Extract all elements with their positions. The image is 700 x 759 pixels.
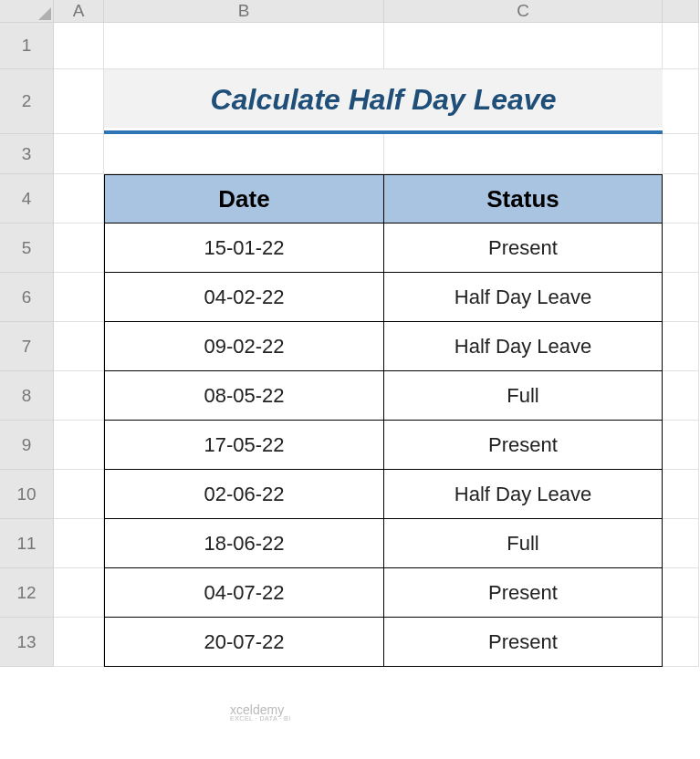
watermark: xceldemy EXCEL · DATA · BI [230,702,291,722]
cell-B1[interactable] [104,23,384,69]
row-header-6[interactable]: 6 [0,273,54,322]
cell-D6[interactable] [663,273,699,322]
cell-D10[interactable] [663,470,699,519]
row-header-5[interactable]: 5 [0,224,54,273]
table-row[interactable]: 15-01-22 [104,224,384,273]
cell-D8[interactable] [663,371,699,421]
table-row[interactable]: Full [384,371,663,421]
cell-D7[interactable] [663,322,699,371]
table-row[interactable]: Present [384,421,663,470]
cell-A1[interactable] [54,23,104,69]
cell-A6[interactable] [54,273,104,322]
cell-C1[interactable] [384,23,663,69]
cell-D9[interactable] [663,421,699,470]
cell-A3[interactable] [54,134,104,174]
row-header-11[interactable]: 11 [0,519,54,568]
cell-A2[interactable] [54,69,104,134]
col-header-B[interactable]: B [104,0,384,23]
table-header-date[interactable]: Date [104,174,384,224]
row-header-13[interactable]: 13 [0,618,54,667]
table-row[interactable]: Full [384,519,663,568]
page-title[interactable]: Calculate Half Day Leave [104,69,663,134]
row-header-2[interactable]: 2 [0,69,54,134]
cell-A13[interactable] [54,618,104,667]
cell-A7[interactable] [54,322,104,371]
watermark-brand: xceldemy [230,702,284,717]
table-row[interactable]: 04-02-22 [104,273,384,322]
cell-A5[interactable] [54,224,104,273]
cell-D3[interactable] [663,134,699,174]
row-header-9[interactable]: 9 [0,421,54,470]
cell-C3[interactable] [384,134,663,174]
row-header-1[interactable]: 1 [0,23,54,69]
cell-D11[interactable] [663,519,699,568]
cell-D13[interactable] [663,618,699,667]
col-header-A[interactable]: A [54,0,104,23]
cell-D12[interactable] [663,568,699,618]
row-header-4[interactable]: 4 [0,174,54,224]
table-row[interactable]: Half Day Leave [384,273,663,322]
table-row[interactable]: 04-07-22 [104,568,384,618]
cell-A11[interactable] [54,519,104,568]
cell-D4[interactable] [663,174,699,224]
table-row[interactable]: 09-02-22 [104,322,384,371]
cell-A12[interactable] [54,568,104,618]
col-header-C[interactable]: C [384,0,663,23]
table-row[interactable]: Present [384,568,663,618]
cell-A9[interactable] [54,421,104,470]
cell-D5[interactable] [663,224,699,273]
table-row[interactable]: 08-05-22 [104,371,384,421]
col-header-next[interactable] [663,0,699,23]
select-all-corner[interactable] [0,0,54,23]
cell-A10[interactable] [54,470,104,519]
table-header-status[interactable]: Status [384,174,663,224]
table-row[interactable]: 02-06-22 [104,470,384,519]
cell-D2[interactable] [663,69,699,134]
table-row[interactable]: Half Day Leave [384,470,663,519]
spreadsheet-grid: A B C 1 2 3 4 5 6 7 8 9 10 11 12 13 Calc… [0,0,700,667]
select-all-triangle-icon [38,7,51,20]
row-header-7[interactable]: 7 [0,322,54,371]
cell-A8[interactable] [54,371,104,421]
cell-D1[interactable] [663,23,699,69]
row-header-10[interactable]: 10 [0,470,54,519]
table-row[interactable]: 20-07-22 [104,618,384,667]
cell-B3[interactable] [104,134,384,174]
table-row[interactable]: Present [384,224,663,273]
row-header-3[interactable]: 3 [0,134,54,174]
watermark-tagline: EXCEL · DATA · BI [230,715,291,722]
row-header-12[interactable]: 12 [0,568,54,618]
table-row[interactable]: 18-06-22 [104,519,384,568]
cell-A4[interactable] [54,174,104,224]
table-row[interactable]: Half Day Leave [384,322,663,371]
row-header-8[interactable]: 8 [0,371,54,421]
table-row[interactable]: 17-05-22 [104,421,384,470]
svg-marker-0 [38,7,51,20]
table-row[interactable]: Present [384,618,663,667]
